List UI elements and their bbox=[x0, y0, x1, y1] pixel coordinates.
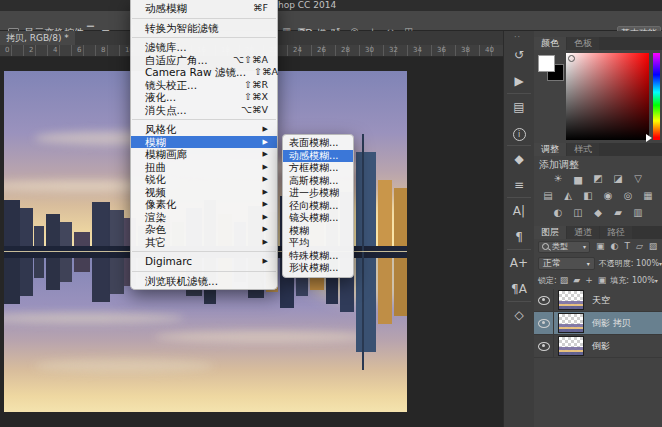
layer-thumbnail[interactable] bbox=[558, 336, 584, 356]
menu-item[interactable]: 杂色▶ bbox=[131, 223, 277, 236]
menu-item[interactable]: 进一步模糊 bbox=[283, 187, 353, 200]
menu-item[interactable]: 方框模糊... bbox=[283, 162, 353, 175]
menu-item[interactable]: 风格化▶ bbox=[131, 123, 277, 136]
layer-row[interactable]: 天空 bbox=[534, 289, 662, 312]
menu-item[interactable]: 转换为智能滤镜 bbox=[131, 22, 277, 35]
menu-item[interactable]: 形状模糊... bbox=[283, 262, 353, 275]
menu-item-label: 扭曲 bbox=[145, 161, 166, 174]
visibility-toggle[interactable] bbox=[534, 335, 554, 358]
history-panel-icon[interactable]: ↺ bbox=[509, 45, 529, 65]
threshold-icon[interactable]: ◆ bbox=[590, 206, 606, 219]
black-white-icon[interactable]: ◧ bbox=[580, 189, 596, 202]
visibility-toggle[interactable] bbox=[534, 312, 554, 335]
invert-icon[interactable]: ◐ bbox=[550, 206, 566, 219]
adjustment-layers-filter-icon[interactable]: ◐ bbox=[611, 239, 619, 254]
lock-all-icon[interactable]: ▣ bbox=[598, 273, 607, 288]
pixel-layers-filter-icon[interactable]: ▣ bbox=[596, 239, 605, 254]
character-panel-icon[interactable]: A| bbox=[509, 201, 529, 221]
menu-item[interactable]: 渲染▶ bbox=[131, 211, 277, 224]
character-styles-panel-icon[interactable]: A+ bbox=[509, 253, 529, 273]
info-panel-icon[interactable]: i bbox=[509, 123, 529, 143]
tool-presets-panel-icon[interactable]: ▤ bbox=[509, 97, 529, 117]
smart-objects-filter-icon[interactable]: ▨ bbox=[649, 239, 658, 254]
exposure-icon[interactable]: ◪ bbox=[610, 172, 626, 185]
tab-channels[interactable]: 通道 bbox=[567, 226, 599, 239]
opacity-value[interactable]: 100% bbox=[636, 259, 659, 268]
curves-icon[interactable]: ◩ bbox=[590, 172, 606, 185]
submenu-arrow-icon: ▶ bbox=[263, 223, 268, 236]
menu-item[interactable]: 滤镜库... bbox=[131, 41, 277, 54]
dock-handle[interactable]: ·· bbox=[514, 33, 521, 42]
actions-panel-icon[interactable]: ▶ bbox=[509, 71, 529, 91]
paragraph-panel-icon[interactable]: ¶ bbox=[509, 227, 529, 247]
tab-swatches[interactable]: 色板 bbox=[567, 37, 599, 50]
menu-item[interactable]: 特殊模糊... bbox=[283, 250, 353, 263]
menu-item[interactable]: 模糊 bbox=[283, 225, 353, 238]
lock-pixels-icon[interactable]: ▰ bbox=[573, 273, 580, 288]
shape-layers-filter-icon[interactable]: ▱ bbox=[636, 239, 643, 254]
menu-item[interactable]: 扭曲▶ bbox=[131, 161, 277, 174]
paragraph-styles-panel-icon[interactable]: ¶A bbox=[509, 279, 529, 299]
gradient-map-icon[interactable]: ▰ bbox=[610, 206, 626, 219]
tab-color[interactable]: 颜色 bbox=[534, 37, 566, 50]
type-layers-filter-icon[interactable]: T bbox=[624, 239, 630, 254]
menu-item[interactable]: 平均 bbox=[283, 237, 353, 250]
menu-item[interactable]: 模糊画廊▶ bbox=[131, 148, 277, 161]
color-balance-icon[interactable]: ◭ bbox=[560, 189, 576, 202]
brush-settings-panel-icon[interactable]: ≡ bbox=[509, 175, 529, 195]
tab-adjustments[interactable]: 调整 bbox=[534, 143, 566, 156]
levels-icon[interactable]: ▅ bbox=[570, 172, 586, 185]
menu-item[interactable]: 其它▶ bbox=[131, 236, 277, 249]
menu-item[interactable]: 自适应广角...⌥⇧⌘A bbox=[131, 54, 277, 67]
menu-item[interactable]: 液化...⇧⌘X bbox=[131, 91, 277, 104]
menu-item[interactable]: 镜头校正...⇧⌘R bbox=[131, 79, 277, 92]
document-tab[interactable]: 拷贝, RGB/8) * bbox=[0, 31, 75, 45]
color-field-cursor[interactable] bbox=[568, 55, 575, 62]
menu-item[interactable]: 模糊▶ bbox=[131, 136, 277, 149]
visibility-toggle[interactable] bbox=[534, 289, 554, 312]
3d-panel-icon[interactable]: ◇ bbox=[509, 305, 529, 325]
menu-item[interactable]: 高斯模糊... bbox=[283, 175, 353, 188]
menu-item[interactable]: Camera Raw 滤镜...⇧⌘A bbox=[131, 66, 277, 79]
blend-mode-dropdown[interactable]: 正常 ▾ bbox=[538, 257, 595, 270]
menu-item[interactable]: 动感模糊⌘F bbox=[131, 2, 277, 15]
menu-item[interactable]: 像素化▶ bbox=[131, 198, 277, 211]
vibrance-icon[interactable]: ▽ bbox=[630, 172, 646, 185]
fill-arrow-icon[interactable]: ▾ bbox=[655, 277, 658, 284]
tab-styles[interactable]: 样式 bbox=[567, 143, 599, 156]
menu-item[interactable]: 表面模糊... bbox=[283, 137, 353, 150]
posterize-icon[interactable]: ◫ bbox=[570, 206, 586, 219]
menu-item[interactable]: 镜头模糊... bbox=[283, 212, 353, 225]
layer-row[interactable]: 倒影 拷贝 bbox=[534, 312, 662, 335]
menu-item[interactable]: 消失点...⌥⌘V bbox=[131, 104, 277, 117]
menu-item[interactable]: 锐化▶ bbox=[131, 173, 277, 186]
hue-strip[interactable] bbox=[653, 53, 660, 140]
menu-item[interactable]: 浏览联机滤镜... bbox=[131, 275, 277, 288]
fill-value[interactable]: 100% bbox=[632, 276, 655, 285]
tab-layers[interactable]: 图层 bbox=[534, 226, 566, 239]
layer-thumbnail[interactable] bbox=[558, 290, 584, 310]
menu-separator bbox=[132, 18, 276, 19]
menu-item[interactable]: Digimarc▶ bbox=[131, 255, 277, 268]
tab-paths[interactable]: 路径 bbox=[600, 226, 632, 239]
lock-position-icon[interactable]: + bbox=[585, 273, 593, 288]
photo-filter-icon[interactable]: ◉ bbox=[600, 189, 616, 202]
hue-saturation-icon[interactable]: ▤ bbox=[540, 189, 556, 202]
hue-slider-arrow[interactable] bbox=[646, 134, 652, 142]
menu-item-label: 镜头模糊... bbox=[289, 212, 339, 225]
foreground-color-swatch[interactable] bbox=[538, 55, 555, 72]
menu-item[interactable]: 动感模糊... bbox=[283, 150, 353, 163]
selective-color-icon[interactable]: ▥ bbox=[630, 206, 646, 219]
layer-filter-kind-dropdown[interactable]: 类型 ▾ bbox=[538, 241, 590, 253]
lock-transparency-icon[interactable]: ▨ bbox=[560, 273, 569, 288]
color-gradient-field[interactable] bbox=[566, 53, 649, 140]
layer-row[interactable]: 倒影 bbox=[534, 335, 662, 358]
layer-thumbnail[interactable] bbox=[558, 313, 584, 333]
brush-presets-panel-icon[interactable]: ◆ bbox=[509, 149, 529, 169]
brightness-contrast-icon[interactable]: ☀ bbox=[550, 172, 566, 185]
color-lookup-icon[interactable]: ▦ bbox=[640, 189, 656, 202]
menu-item-label: 视频 bbox=[145, 186, 166, 199]
menu-item[interactable]: 视频▶ bbox=[131, 186, 277, 199]
menu-item[interactable]: 径向模糊... bbox=[283, 200, 353, 213]
channel-mixer-icon[interactable]: ◎ bbox=[620, 189, 636, 202]
